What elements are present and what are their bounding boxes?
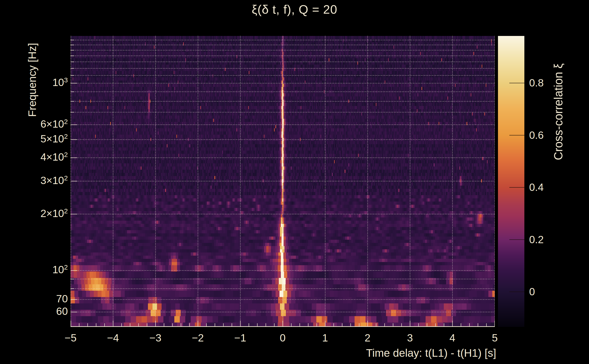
y-tick-label: 102 [15,264,68,275]
y-tick-label: 2×102 [15,208,68,219]
y-tick-label: 5×102 [15,134,68,144]
chart-title: ξ(δ t, f), Q = 20 [0,2,589,16]
x-tick-label: −1 [218,333,263,343]
y-tick-label: 60 [15,306,68,316]
colorbar-tick-label: 0 [529,286,535,297]
heatmap-canvas [71,36,495,327]
x-tick-label: −3 [133,333,178,343]
x-tick-label: 3 [387,333,433,343]
colorbar-tick-label: 0.2 [529,234,544,245]
x-axis-title: Time delay: t(L1) - t(H1) [s] [366,347,496,359]
y-tick-label: 70 [15,293,68,304]
cross-correlation-figure: ξ(δ t, f), Q = 20 Frequency [Hz] Time de… [0,0,589,364]
y-tick-label: 103 [15,77,68,88]
y-tick-label: 3×102 [15,175,68,186]
x-tick-label: 0 [260,333,305,343]
x-tick-label: 4 [430,333,475,343]
x-tick-label: 5 [472,333,517,343]
colorbar-canvas [498,36,524,327]
colorbar-title: Cross-correlation ξ [552,64,565,160]
colorbar-tick-label: 0.6 [529,130,544,140]
x-tick-label: 2 [345,333,390,343]
x-tick-label: −2 [175,333,221,343]
x-tick-label: 1 [302,333,348,343]
x-tick-label: −4 [90,333,136,343]
x-tick-label: −5 [48,333,93,343]
colorbar-tick-label: 0.4 [529,182,544,192]
y-tick-label: 6×102 [15,119,68,129]
y-tick-label: 4×102 [15,152,68,162]
colorbar-tick-label: 0.8 [529,78,544,88]
